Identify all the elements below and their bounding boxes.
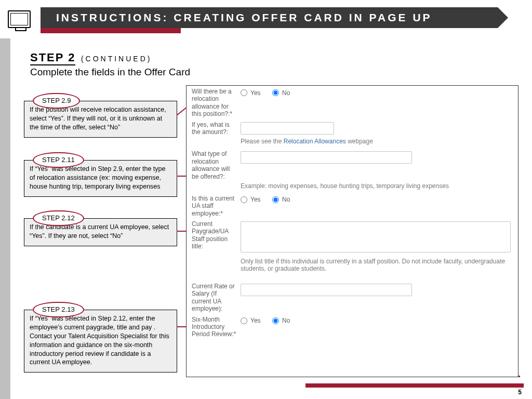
callout-2-11: STEP 2.11 If “Yes” was selected in Step … (24, 160, 177, 197)
step-number: STEP 2 (30, 51, 75, 65)
input-current-rate[interactable] (241, 284, 412, 296)
label-six-month: Six-Month Introductory Period Review:* (192, 316, 241, 338)
callout-2-11-text: If “Yes” was selected in Step 2.9, enter… (30, 165, 166, 190)
label-current-rate: Current Rate or Salary (If current UA em… (192, 283, 241, 313)
callout-2-13: STEP 2.13 If “Yes” was selected in Step … (24, 310, 177, 373)
radio-ua-yes[interactable]: Yes (241, 196, 261, 203)
badge-2-13: STEP 2.13 (33, 302, 84, 317)
offer-card-form: Will there be a relocation allowance for… (186, 85, 518, 377)
side-grey-strip (0, 26, 10, 399)
textarea-paygrade-title[interactable] (241, 221, 511, 252)
input-reloc-type[interactable] (241, 151, 412, 164)
label-relocation-allowance: Will there be a relocation allowance for… (192, 88, 241, 118)
callout-2-9-text: If the position will receive relocation … (30, 106, 166, 131)
radio-six-yes[interactable]: Yes (241, 317, 261, 324)
logo-wrap (0, 0, 38, 38)
callout-2-9: STEP 2.9 If the position will receive re… (24, 101, 177, 138)
label-amount: If yes, what is the amount?: (192, 121, 241, 136)
label-reloc-type: What type of relocation allowance will b… (192, 150, 241, 180)
page-title: INSTRUCTIONS: CREATING OFFER CARD IN PAG… (56, 11, 432, 24)
radio-ua-no[interactable]: No (272, 196, 290, 203)
badge-2-12: STEP 2.12 (33, 210, 84, 226)
hint-relocation-link-row: Please see the Relocation Allowances web… (187, 137, 518, 148)
badge-2-11: STEP 2.11 (33, 152, 84, 168)
input-amount[interactable] (241, 122, 334, 135)
radio-reloc-no[interactable]: No (272, 89, 290, 97)
step-heading: STEP 2 (CONTINUED) Complete the fields i… (30, 51, 190, 78)
step-subtitle: Complete the fields in the Offer Card (30, 66, 190, 78)
label-current-ua: Is this a current UA staff employee:* (192, 195, 241, 217)
badge-2-9: STEP 2.9 (33, 93, 80, 109)
callout-2-13-text: If “Yes” was selected in Step 2.12, ente… (30, 315, 169, 366)
header-red-bar (41, 28, 181, 33)
radio-six-no[interactable]: No (272, 317, 290, 324)
callout-2-12-text: If the candidate is a current UA employe… (30, 223, 169, 240)
radio-reloc-yes[interactable]: Yes (241, 89, 261, 97)
link-relocation-allowances[interactable]: Relocation Allowances (284, 138, 346, 145)
hint-paygrade: Only list title if this individual is cu… (187, 257, 518, 275)
footer-red-bar (305, 383, 524, 388)
monitor-icon (8, 10, 31, 28)
hint-reloc-type: Example: moving expenses, house hunting … (187, 181, 518, 193)
page-number: 5 (518, 389, 522, 396)
callout-2-12: STEP 2.12 If the candidate is a current … (24, 218, 177, 246)
label-paygrade-title: Current Paygrade/UA Staff position title… (192, 220, 241, 250)
step-continued: (CONTINUED) (81, 55, 152, 63)
header: INSTRUCTIONS: CREATING OFFER CARD IN PAG… (0, 7, 532, 28)
header-dark: INSTRUCTIONS: CREATING OFFER CARD IN PAG… (41, 7, 498, 28)
